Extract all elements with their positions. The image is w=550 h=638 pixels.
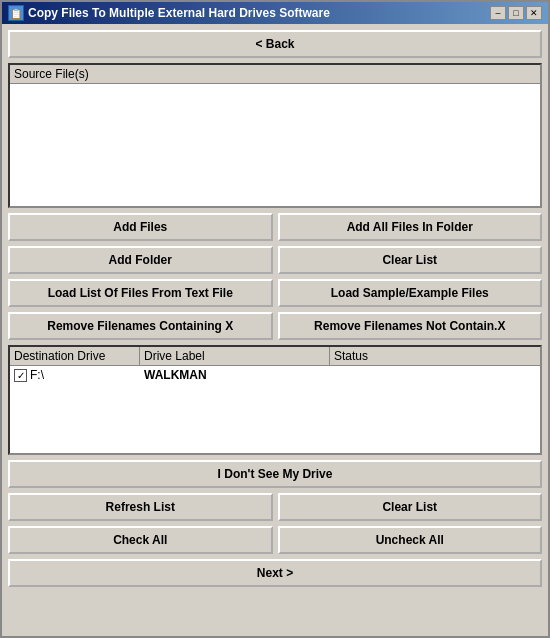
row-add-folder: Add Folder Clear List (8, 246, 542, 274)
app-icon: 📋 (8, 5, 24, 21)
drive-table-header: Destination Drive Drive Label Status (10, 347, 540, 366)
i-dont-see-drive-button[interactable]: I Don't See My Drive (8, 460, 542, 488)
add-files-button[interactable]: Add Files (8, 213, 273, 241)
minimize-button[interactable]: – (490, 6, 506, 20)
table-row: ✓ F:\ WALKMAN (10, 366, 540, 384)
row-load-list: Load List Of Files From Text File Load S… (8, 279, 542, 307)
load-sample-button[interactable]: Load Sample/Example Files (278, 279, 543, 307)
add-all-files-button[interactable]: Add All Files In Folder (278, 213, 543, 241)
remove-containing-button[interactable]: Remove Filenames Containing X (8, 312, 273, 340)
status-cell (330, 366, 540, 384)
title-bar-buttons: – □ ✕ (490, 6, 542, 20)
header-status: Status (330, 347, 540, 365)
window-title: Copy Files To Multiple External Hard Dri… (28, 6, 330, 20)
header-drive-label: Drive Label (140, 347, 330, 365)
title-bar: 📋 Copy Files To Multiple External Hard D… (2, 2, 548, 24)
maximize-button[interactable]: □ (508, 6, 524, 20)
clear-list-button-1[interactable]: Clear List (278, 246, 543, 274)
content-area: < Back Source File(s) Add Files Add All … (2, 24, 548, 636)
clear-list-button-2[interactable]: Clear List (278, 493, 543, 521)
source-files-box: Source File(s) (8, 63, 542, 208)
refresh-list-button[interactable]: Refresh List (8, 493, 273, 521)
main-window: 📋 Copy Files To Multiple External Hard D… (0, 0, 550, 638)
drive-letter: F:\ (30, 368, 44, 382)
row-check-uncheck: Check All Uncheck All (8, 526, 542, 554)
close-button[interactable]: ✕ (526, 6, 542, 20)
drive-checkbox[interactable]: ✓ (14, 369, 27, 382)
row-remove: Remove Filenames Containing X Remove Fil… (8, 312, 542, 340)
source-files-label: Source File(s) (10, 65, 540, 84)
check-all-button[interactable]: Check All (8, 526, 273, 554)
drive-cell: ✓ F:\ (10, 366, 140, 384)
remove-not-containing-button[interactable]: Remove Filenames Not Contain.X (278, 312, 543, 340)
title-bar-left: 📋 Copy Files To Multiple External Hard D… (8, 5, 330, 21)
label-cell: WALKMAN (140, 366, 330, 384)
back-button[interactable]: < Back (8, 30, 542, 58)
row-refresh-clear: Refresh List Clear List (8, 493, 542, 521)
header-destination-drive: Destination Drive (10, 347, 140, 365)
drive-label-value: WALKMAN (144, 368, 207, 382)
load-list-button[interactable]: Load List Of Files From Text File (8, 279, 273, 307)
add-folder-button[interactable]: Add Folder (8, 246, 273, 274)
row-add-files: Add Files Add All Files In Folder (8, 213, 542, 241)
uncheck-all-button[interactable]: Uncheck All (278, 526, 543, 554)
next-button[interactable]: Next > (8, 559, 542, 587)
source-files-content (10, 84, 540, 206)
drive-table: Destination Drive Drive Label Status ✓ F… (8, 345, 542, 455)
